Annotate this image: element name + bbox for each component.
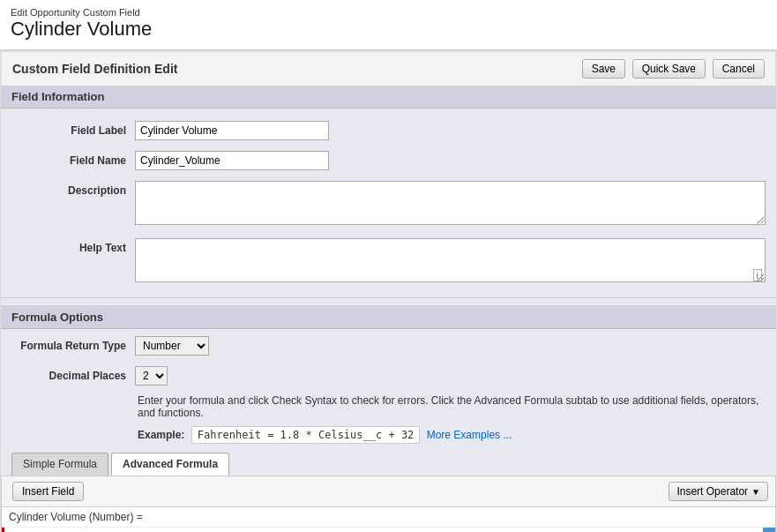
- breadcrumb: Edit Opportunity Custom Field: [11, 7, 766, 18]
- help-text-label: Help Text: [11, 238, 135, 254]
- field-info-form: Field Label Field Name Description: [1, 109, 776, 297]
- info-text-content: Enter your formula and click Check Synta…: [138, 394, 758, 419]
- field-label-row: Field Label: [1, 116, 776, 146]
- description-row: Description: [1, 176, 776, 233]
- formula-textarea[interactable]: [2, 528, 763, 532]
- return-type-label: Formula Return Type: [11, 336, 135, 352]
- section-title: Custom Field Definition Edit: [12, 62, 177, 76]
- page-title: Cylinder Volume: [11, 18, 766, 41]
- help-text-input[interactable]: [135, 238, 766, 282]
- help-text-control: i: [135, 238, 766, 285]
- description-input[interactable]: [135, 181, 766, 225]
- formula-toolbar: Insert Field Insert Operator ▼: [2, 476, 775, 507]
- help-text-row: Help Text i: [1, 233, 776, 290]
- decimal-places-row: Decimal Places 0 1 2 3 4 5: [1, 361, 776, 391]
- tab-advanced-formula[interactable]: Advanced Formula: [111, 453, 229, 476]
- decimal-places-control: 0 1 2 3 4 5: [135, 366, 766, 386]
- main-panel: Custom Field Definition Edit Save Quick …: [0, 50, 777, 532]
- formula-tabs: Simple Formula Advanced Formula: [1, 447, 776, 476]
- dropdown-arrow-icon: ▼: [751, 487, 760, 497]
- formula-editor-area: Insert Field Insert Operator ▼ Cylinder …: [1, 476, 776, 532]
- example-formula: Fahrenheit = 1.8 * Celsius__c + 32: [191, 426, 421, 444]
- tab-simple-formula[interactable]: Simple Formula: [11, 453, 108, 476]
- description-control: [135, 181, 766, 228]
- decimal-places-label: Decimal Places: [11, 366, 135, 382]
- field-name-row: Field Name: [1, 146, 776, 176]
- return-type-select[interactable]: Number Text Date DateTime Checkbox Curre…: [135, 336, 209, 356]
- field-label-control: [135, 121, 766, 140]
- example-row: Example: Fahrenheit = 1.8 * Celsius__c +…: [1, 423, 776, 447]
- quick-save-button[interactable]: Quick Save: [632, 59, 706, 79]
- field-label-label: Field Label: [11, 121, 135, 137]
- formula-textarea-wrapper: [2, 528, 763, 532]
- field-name-control: [135, 151, 766, 170]
- formula-right-panel: [763, 528, 775, 532]
- field-label-input[interactable]: [135, 121, 329, 140]
- field-info-section: Field Information Field Label Field Name…: [1, 86, 776, 298]
- section-header-bar: Custom Field Definition Edit Save Quick …: [1, 51, 776, 86]
- info-text-row: Enter your formula and click Check Synta…: [1, 391, 776, 423]
- return-type-row: Formula Return Type Number Text Date Dat…: [1, 329, 776, 361]
- header-buttons: Save Quick Save Cancel: [579, 59, 765, 79]
- cancel-button[interactable]: Cancel: [713, 59, 765, 79]
- return-type-control: Number Text Date DateTime Checkbox Curre…: [135, 336, 766, 356]
- formula-options-section: Formula Options Formula Return Type Numb…: [1, 298, 776, 532]
- save-button[interactable]: Save: [582, 59, 625, 79]
- formula-input-area: [2, 528, 775, 532]
- field-name-label: Field Name: [11, 151, 135, 167]
- page-header: Edit Opportunity Custom Field Cylinder V…: [0, 0, 777, 50]
- more-examples-link[interactable]: More Examples ...: [427, 429, 512, 441]
- description-label: Description: [11, 181, 135, 197]
- insert-operator-button[interactable]: Insert Operator ▼: [669, 482, 768, 501]
- formula-label-row: Cylinder Volume (Number) =: [2, 507, 775, 528]
- field-name-input[interactable]: [135, 151, 329, 170]
- help-text-info-icon[interactable]: i: [753, 269, 762, 281]
- formula-field-label: Cylinder Volume (Number) =: [9, 511, 143, 523]
- insert-field-button[interactable]: Insert Field: [12, 482, 84, 501]
- example-label: Example:: [138, 429, 184, 441]
- field-info-header: Field Information: [1, 86, 776, 109]
- decimal-places-select[interactable]: 0 1 2 3 4 5: [135, 366, 168, 386]
- formula-options-header: Formula Options: [1, 305, 776, 329]
